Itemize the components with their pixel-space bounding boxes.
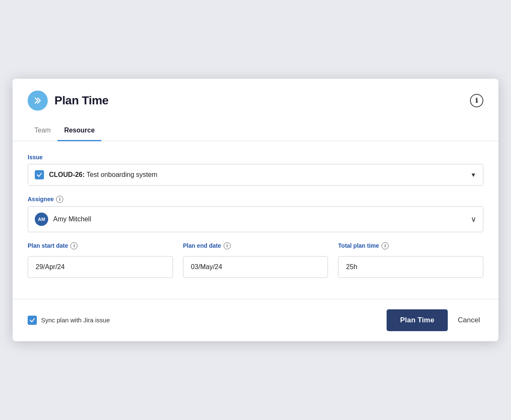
plan-start-date-field: Plan start date i 29/Apr/24	[28, 242, 173, 278]
assignee-select[interactable]: AM Amy Mitchell ∨	[28, 206, 483, 232]
date-row: Plan start date i 29/Apr/24 Plan end dat…	[28, 242, 483, 278]
cancel-button[interactable]: Cancel	[454, 309, 483, 331]
assignee-name: Amy Mitchell	[53, 215, 91, 223]
plan-time-button[interactable]: Plan Time	[387, 309, 448, 331]
modal-footer: Sync plan with Jira issue Plan Time Canc…	[13, 299, 498, 341]
sync-label: Sync plan with Jira issue	[41, 316, 110, 324]
plan-start-date-info-icon[interactable]: i	[70, 242, 77, 249]
footer-buttons: Plan Time Cancel	[387, 309, 483, 331]
sync-row: Sync plan with Jira issue	[28, 316, 110, 325]
modal-info-button[interactable]: ℹ	[470, 94, 483, 107]
total-plan-time-input[interactable]: 25h	[338, 256, 483, 278]
total-plan-time-info-icon[interactable]: i	[382, 242, 389, 249]
chevron-right-double-icon	[33, 96, 43, 106]
issue-text: CLOUD-26: Test onboarding system	[49, 171, 157, 179]
plan-start-date-label: Plan start date i	[28, 242, 173, 249]
total-plan-time-field: Total plan time i 25h	[338, 242, 483, 278]
modal-title: Plan Time	[54, 94, 108, 107]
plan-time-modal: Plan Time ℹ Team Resource Issue	[13, 79, 498, 341]
issue-dropdown-chevron-icon: ▼	[470, 171, 476, 178]
sync-checkbox-checkmark-icon	[29, 317, 35, 323]
modal-header: Plan Time ℹ	[13, 79, 498, 119]
header-left: Plan Time	[28, 91, 108, 111]
assignee-dropdown-chevron-icon: ∨	[471, 215, 476, 224]
assignee-label: Assignee i	[28, 196, 483, 203]
issue-field-group: Issue CLOUD-26: Test onboarding system ▼	[28, 154, 483, 186]
assignee-field-group: Assignee i AM Amy Mitchell ∨	[28, 196, 483, 232]
modal-body: Issue CLOUD-26: Test onboarding system ▼	[13, 141, 498, 299]
assignee-select-left: AM Amy Mitchell	[35, 213, 91, 226]
issue-select-left: CLOUD-26: Test onboarding system	[35, 170, 157, 179]
plan-end-date-input[interactable]: 03/May/24	[183, 256, 328, 278]
issue-checkbox[interactable]	[35, 170, 44, 179]
plan-end-date-info-icon[interactable]: i	[224, 242, 231, 249]
assignee-info-icon[interactable]: i	[56, 196, 63, 203]
plan-end-date-field: Plan end date i 03/May/24	[183, 242, 328, 278]
tab-team[interactable]: Team	[28, 119, 57, 141]
plan-start-date-input[interactable]: 29/Apr/24	[28, 256, 173, 278]
tab-resource[interactable]: Resource	[57, 119, 101, 141]
issue-checkbox-checkmark-icon	[36, 172, 42, 178]
tabs-container: Team Resource	[13, 119, 498, 141]
plan-end-date-label: Plan end date i	[183, 242, 328, 249]
issue-label: Issue	[28, 154, 483, 161]
avatar: AM	[35, 213, 48, 226]
total-plan-time-label: Total plan time i	[338, 242, 483, 249]
info-icon-label: ℹ	[475, 97, 478, 104]
issue-select[interactable]: CLOUD-26: Test onboarding system ▼	[28, 164, 483, 186]
header-icon	[28, 91, 48, 111]
sync-checkbox[interactable]	[28, 316, 37, 325]
